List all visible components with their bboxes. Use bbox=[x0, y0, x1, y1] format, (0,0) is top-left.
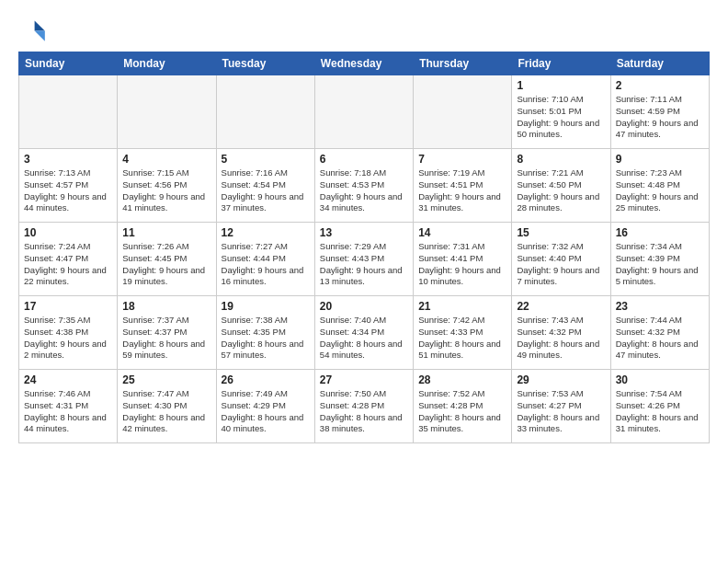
day-info: Sunrise: 7:42 AM Sunset: 4:33 PM Dayligh… bbox=[418, 315, 506, 362]
svg-marker-0 bbox=[35, 20, 45, 30]
header bbox=[18, 15, 710, 44]
day-info: Sunrise: 7:52 AM Sunset: 4:28 PM Dayligh… bbox=[418, 388, 506, 435]
day-info: Sunrise: 7:54 AM Sunset: 4:26 PM Dayligh… bbox=[616, 388, 704, 435]
day-number: 8 bbox=[517, 153, 605, 166]
weekday-header: Saturday bbox=[610, 52, 709, 75]
day-number: 21 bbox=[418, 300, 506, 313]
day-number: 19 bbox=[222, 300, 310, 313]
calendar-cell: 16Sunrise: 7:34 AM Sunset: 4:39 PM Dayli… bbox=[610, 223, 709, 296]
calendar-cell: 28Sunrise: 7:52 AM Sunset: 4:28 PM Dayli… bbox=[414, 370, 512, 443]
day-number: 27 bbox=[320, 373, 408, 386]
calendar-week-row: 24Sunrise: 7:46 AM Sunset: 4:31 PM Dayli… bbox=[19, 370, 710, 443]
day-info: Sunrise: 7:18 AM Sunset: 4:53 PM Dayligh… bbox=[320, 167, 408, 214]
calendar-cell: 12Sunrise: 7:27 AM Sunset: 4:44 PM Dayli… bbox=[216, 223, 314, 296]
logo-icon bbox=[18, 15, 48, 44]
day-number: 11 bbox=[122, 226, 210, 239]
day-number: 24 bbox=[24, 373, 112, 386]
calendar-cell: 15Sunrise: 7:32 AM Sunset: 4:40 PM Dayli… bbox=[512, 223, 610, 296]
weekday-header: Wednesday bbox=[314, 52, 413, 75]
day-number: 5 bbox=[222, 153, 310, 166]
day-info: Sunrise: 7:46 AM Sunset: 4:31 PM Dayligh… bbox=[24, 388, 112, 435]
calendar-cell: 7Sunrise: 7:19 AM Sunset: 4:51 PM Daylig… bbox=[414, 149, 512, 223]
day-info: Sunrise: 7:21 AM Sunset: 4:50 PM Dayligh… bbox=[517, 167, 605, 214]
calendar-cell: 20Sunrise: 7:40 AM Sunset: 4:34 PM Dayli… bbox=[314, 296, 413, 370]
weekday-header: Sunday bbox=[19, 52, 118, 75]
day-info: Sunrise: 7:24 AM Sunset: 4:47 PM Dayligh… bbox=[24, 241, 112, 288]
day-info: Sunrise: 7:34 AM Sunset: 4:39 PM Dayligh… bbox=[616, 241, 704, 288]
day-info: Sunrise: 7:38 AM Sunset: 4:35 PM Dayligh… bbox=[222, 315, 310, 362]
day-number: 7 bbox=[418, 153, 506, 166]
calendar-cell: 11Sunrise: 7:26 AM Sunset: 4:45 PM Dayli… bbox=[118, 223, 216, 296]
calendar-cell bbox=[216, 75, 314, 149]
day-info: Sunrise: 7:27 AM Sunset: 4:44 PM Dayligh… bbox=[222, 241, 310, 288]
day-number: 14 bbox=[418, 226, 506, 239]
day-number: 20 bbox=[320, 300, 408, 313]
calendar-week-row: 17Sunrise: 7:35 AM Sunset: 4:38 PM Dayli… bbox=[19, 296, 710, 370]
day-number: 18 bbox=[122, 300, 210, 313]
calendar-cell bbox=[414, 75, 512, 149]
calendar-cell: 3Sunrise: 7:13 AM Sunset: 4:57 PM Daylig… bbox=[19, 149, 118, 223]
calendar-cell: 25Sunrise: 7:47 AM Sunset: 4:30 PM Dayli… bbox=[118, 370, 216, 443]
calendar-cell: 22Sunrise: 7:43 AM Sunset: 4:32 PM Dayli… bbox=[512, 296, 610, 370]
day-number: 2 bbox=[616, 79, 704, 92]
calendar-cell: 8Sunrise: 7:21 AM Sunset: 4:50 PM Daylig… bbox=[512, 149, 610, 223]
day-number: 15 bbox=[517, 226, 605, 239]
day-info: Sunrise: 7:10 AM Sunset: 5:01 PM Dayligh… bbox=[517, 94, 605, 141]
day-info: Sunrise: 7:49 AM Sunset: 4:29 PM Dayligh… bbox=[222, 388, 310, 435]
calendar-cell: 14Sunrise: 7:31 AM Sunset: 4:41 PM Dayli… bbox=[414, 223, 512, 296]
calendar-header-row: SundayMondayTuesdayWednesdayThursdayFrid… bbox=[19, 52, 710, 75]
day-number: 28 bbox=[418, 373, 506, 386]
day-info: Sunrise: 7:44 AM Sunset: 4:32 PM Dayligh… bbox=[616, 315, 704, 362]
day-number: 26 bbox=[222, 373, 310, 386]
day-info: Sunrise: 7:31 AM Sunset: 4:41 PM Dayligh… bbox=[418, 241, 506, 288]
day-info: Sunrise: 7:35 AM Sunset: 4:38 PM Dayligh… bbox=[24, 315, 112, 362]
calendar-week-row: 10Sunrise: 7:24 AM Sunset: 4:47 PM Dayli… bbox=[19, 223, 710, 296]
calendar: SundayMondayTuesdayWednesdayThursdayFrid… bbox=[18, 52, 710, 443]
day-info: Sunrise: 7:26 AM Sunset: 4:45 PM Dayligh… bbox=[122, 241, 210, 288]
day-info: Sunrise: 7:23 AM Sunset: 4:48 PM Dayligh… bbox=[616, 167, 704, 214]
calendar-cell: 21Sunrise: 7:42 AM Sunset: 4:33 PM Dayli… bbox=[414, 296, 512, 370]
calendar-cell: 30Sunrise: 7:54 AM Sunset: 4:26 PM Dayli… bbox=[610, 370, 709, 443]
calendar-cell: 10Sunrise: 7:24 AM Sunset: 4:47 PM Dayli… bbox=[19, 223, 118, 296]
calendar-cell: 5Sunrise: 7:16 AM Sunset: 4:54 PM Daylig… bbox=[216, 149, 314, 223]
day-info: Sunrise: 7:47 AM Sunset: 4:30 PM Dayligh… bbox=[122, 388, 210, 435]
calendar-cell bbox=[118, 75, 216, 149]
day-info: Sunrise: 7:43 AM Sunset: 4:32 PM Dayligh… bbox=[517, 315, 605, 362]
day-number: 9 bbox=[616, 153, 704, 166]
day-number: 25 bbox=[122, 373, 210, 386]
calendar-cell: 13Sunrise: 7:29 AM Sunset: 4:43 PM Dayli… bbox=[314, 223, 413, 296]
day-number: 3 bbox=[24, 153, 112, 166]
day-number: 17 bbox=[24, 300, 112, 313]
day-info: Sunrise: 7:13 AM Sunset: 4:57 PM Dayligh… bbox=[24, 167, 112, 214]
day-info: Sunrise: 7:11 AM Sunset: 4:59 PM Dayligh… bbox=[616, 94, 704, 141]
day-number: 30 bbox=[616, 373, 704, 386]
calendar-cell: 29Sunrise: 7:53 AM Sunset: 4:27 PM Dayli… bbox=[512, 370, 610, 443]
day-number: 16 bbox=[616, 226, 704, 239]
calendar-week-row: 1Sunrise: 7:10 AM Sunset: 5:01 PM Daylig… bbox=[19, 75, 710, 149]
calendar-cell bbox=[314, 75, 413, 149]
day-info: Sunrise: 7:32 AM Sunset: 4:40 PM Dayligh… bbox=[517, 241, 605, 288]
calendar-cell: 1Sunrise: 7:10 AM Sunset: 5:01 PM Daylig… bbox=[512, 75, 610, 149]
calendar-cell: 4Sunrise: 7:15 AM Sunset: 4:56 PM Daylig… bbox=[118, 149, 216, 223]
calendar-cell: 18Sunrise: 7:37 AM Sunset: 4:37 PM Dayli… bbox=[118, 296, 216, 370]
day-info: Sunrise: 7:19 AM Sunset: 4:51 PM Dayligh… bbox=[418, 167, 506, 214]
logo bbox=[18, 15, 51, 44]
calendar-cell: 6Sunrise: 7:18 AM Sunset: 4:53 PM Daylig… bbox=[314, 149, 413, 223]
day-info: Sunrise: 7:15 AM Sunset: 4:56 PM Dayligh… bbox=[122, 167, 210, 214]
calendar-cell: 27Sunrise: 7:50 AM Sunset: 4:28 PM Dayli… bbox=[314, 370, 413, 443]
weekday-header: Friday bbox=[512, 52, 610, 75]
weekday-header: Tuesday bbox=[216, 52, 314, 75]
calendar-cell: 23Sunrise: 7:44 AM Sunset: 4:32 PM Dayli… bbox=[610, 296, 709, 370]
calendar-cell: 17Sunrise: 7:35 AM Sunset: 4:38 PM Dayli… bbox=[19, 296, 118, 370]
day-info: Sunrise: 7:53 AM Sunset: 4:27 PM Dayligh… bbox=[517, 388, 605, 435]
day-info: Sunrise: 7:50 AM Sunset: 4:28 PM Dayligh… bbox=[320, 388, 408, 435]
day-number: 1 bbox=[517, 79, 605, 92]
day-number: 29 bbox=[517, 373, 605, 386]
calendar-week-row: 3Sunrise: 7:13 AM Sunset: 4:57 PM Daylig… bbox=[19, 149, 710, 223]
calendar-cell bbox=[19, 75, 118, 149]
calendar-cell: 9Sunrise: 7:23 AM Sunset: 4:48 PM Daylig… bbox=[610, 149, 709, 223]
day-info: Sunrise: 7:16 AM Sunset: 4:54 PM Dayligh… bbox=[222, 167, 310, 214]
weekday-header: Monday bbox=[118, 52, 216, 75]
day-info: Sunrise: 7:37 AM Sunset: 4:37 PM Dayligh… bbox=[122, 315, 210, 362]
day-info: Sunrise: 7:40 AM Sunset: 4:34 PM Dayligh… bbox=[320, 315, 408, 362]
